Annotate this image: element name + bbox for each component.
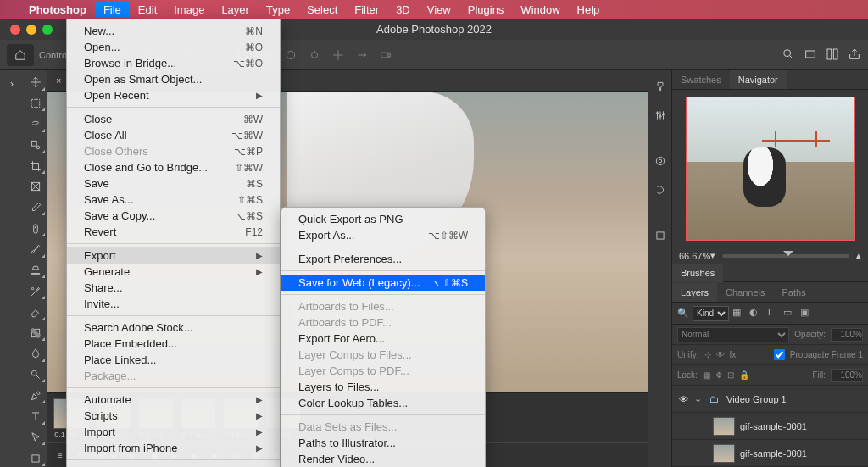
menu-item[interactable]: Paths to Illustrator... <box>281 435 485 451</box>
menu-item[interactable]: Export Preferences... <box>281 251 485 267</box>
filter-adjust-icon[interactable]: ◐ <box>749 307 763 320</box>
unify-style-icon[interactable]: fx <box>730 350 737 359</box>
menu-window[interactable]: Window <box>512 2 568 18</box>
lock-position-icon[interactable]: ✥ <box>715 370 722 380</box>
menu-item[interactable]: Import▶ <box>67 424 280 440</box>
disclosure-icon[interactable]: ⌄ <box>694 393 704 404</box>
expand-icon[interactable]: › <box>2 74 22 94</box>
home-button[interactable] <box>7 44 34 66</box>
dodge-tool[interactable] <box>25 366 46 384</box>
brush-tool[interactable] <box>25 241 46 259</box>
3d-pan-icon[interactable] <box>329 46 348 64</box>
layer-item[interactable]: gif-sample-0001 <box>672 413 868 440</box>
layer-name[interactable]: gif-sample-0001 <box>740 448 807 459</box>
path-selection-tool[interactable] <box>25 429 46 447</box>
adjustments-panel-icon[interactable] <box>650 104 670 126</box>
menu-item[interactable]: Open...⌘O <box>67 39 280 55</box>
menu-file[interactable]: File <box>95 2 130 18</box>
menu-help[interactable]: Help <box>569 2 609 18</box>
clone-stamp-tool[interactable] <box>25 262 46 280</box>
visibility-icon[interactable]: 👁 <box>677 394 689 404</box>
unify-position-icon[interactable]: ⊹ <box>704 350 711 359</box>
menu-item[interactable]: Save for Web (Legacy)...⌥⇧⌘S <box>281 275 485 291</box>
menu-select[interactable]: Select <box>298 2 346 18</box>
menu-item[interactable]: Export▶ <box>67 247 280 264</box>
cloud-docs-icon[interactable] <box>804 47 817 63</box>
menu-item[interactable]: Share... <box>67 280 280 296</box>
3d-slide-icon[interactable] <box>353 46 371 64</box>
eraser-tool[interactable] <box>25 303 46 321</box>
menu-item[interactable]: Save a Copy...⌥⌘S <box>67 208 280 224</box>
menu-item[interactable]: Render Video... <box>281 451 485 467</box>
menu-item[interactable]: Import from iPhone▶ <box>67 440 280 456</box>
styles-panel-icon[interactable] <box>650 179 670 201</box>
layer-name[interactable]: Video Group 1 <box>726 394 787 404</box>
menu-item[interactable]: RevertF12 <box>67 224 280 240</box>
menu-item[interactable]: Scripts▶ <box>67 408 280 424</box>
menu-type[interactable]: Type <box>258 2 298 18</box>
layer-thumbnail[interactable] <box>713 444 735 463</box>
menu-item[interactable]: File Info...⌥⇧⌘I <box>67 464 280 467</box>
menu-item[interactable]: Export For Aero... <box>281 331 485 347</box>
paths-tab[interactable]: Paths <box>774 283 815 302</box>
filter-type-icon[interactable]: T <box>766 307 780 320</box>
menu-item[interactable]: Quick Export as PNG <box>281 211 485 227</box>
eyedropper-tool[interactable] <box>25 199 46 217</box>
filter-smart-icon[interactable]: ▣ <box>800 307 814 320</box>
filter-kind-select[interactable]: Kind <box>693 306 729 321</box>
unify-visibility-icon[interactable]: 👁 <box>716 350 725 359</box>
filter-pixel-icon[interactable]: ▦ <box>732 307 746 320</box>
menu-item[interactable]: Place Linked... <box>67 352 280 368</box>
zoom-out-icon[interactable]: ▾ <box>710 250 715 261</box>
menu-item[interactable]: Invite... <box>67 296 280 312</box>
menu-item[interactable]: Close⌘W <box>67 111 280 127</box>
menu-layer[interactable]: Layer <box>213 2 258 18</box>
layers-tab[interactable]: Layers <box>672 283 717 302</box>
menu-item[interactable]: Browse in Bridge...⌥⌘O <box>67 55 280 71</box>
swatches-tab[interactable]: Swatches <box>672 70 730 89</box>
search-icon[interactable] <box>782 47 795 63</box>
menu-item[interactable]: Save⌘S <box>67 175 280 192</box>
menu-item[interactable]: Automate▶ <box>67 392 280 408</box>
move-tool[interactable] <box>25 74 46 92</box>
menu-item[interactable]: New...⌘N <box>67 23 280 39</box>
menu-edit[interactable]: Edit <box>130 2 165 18</box>
selection-tool[interactable] <box>25 136 46 154</box>
menu-filter[interactable]: Filter <box>346 2 387 18</box>
navigator-tab[interactable]: Navigator <box>730 70 787 89</box>
color-panel-icon[interactable] <box>650 75 670 97</box>
menu-item[interactable]: Layers to Files... <box>281 379 485 395</box>
menu-item[interactable]: Open as Smart Object... <box>67 71 280 87</box>
menu-item[interactable]: Search Adobe Stock... <box>67 320 280 336</box>
layer-item[interactable]: gif-sample-0001 <box>672 440 868 467</box>
blur-tool[interactable] <box>25 345 46 363</box>
menu-item[interactable]: Generate▶ <box>67 264 280 280</box>
3d-orbit-icon[interactable] <box>281 46 300 64</box>
3d-camera-icon[interactable] <box>376 46 395 64</box>
history-brush-tool[interactable] <box>25 282 46 300</box>
3d-roll-icon[interactable] <box>305 46 324 64</box>
menu-item[interactable]: Export As...⌥⇧⌘W <box>281 227 485 243</box>
gradient-tool[interactable] <box>25 325 46 342</box>
fill-input[interactable] <box>831 369 863 382</box>
menu-item[interactable]: Save As...⇧⌘S <box>67 192 280 208</box>
menu-item[interactable]: Color Lookup Tables... <box>281 395 485 411</box>
menu-photoshop[interactable]: Photoshop <box>20 2 95 18</box>
menu-view[interactable]: View <box>419 2 459 18</box>
crop-tool[interactable] <box>25 158 46 175</box>
filter-icon[interactable]: 🔍 <box>677 308 689 319</box>
layer-group[interactable]: 👁 ⌄ 🗀 Video Group 1 <box>672 386 868 413</box>
opacity-input[interactable] <box>831 328 863 342</box>
zoom-slider[interactable] <box>722 254 849 258</box>
menu-plugins[interactable]: Plugins <box>459 2 513 18</box>
marquee-tool[interactable] <box>25 95 46 113</box>
blend-mode-select[interactable]: Normal <box>677 327 789 342</box>
pen-tool[interactable] <box>25 386 46 404</box>
channels-tab[interactable]: Channels <box>717 283 773 302</box>
healing-tool[interactable] <box>25 220 46 237</box>
menu-3d[interactable]: 3D <box>387 2 419 18</box>
menu-item[interactable]: Place Embedded... <box>67 336 280 352</box>
propagate-checkbox[interactable] <box>774 349 785 360</box>
shape-tool[interactable] <box>25 449 46 467</box>
libraries-panel-icon[interactable] <box>650 225 670 247</box>
